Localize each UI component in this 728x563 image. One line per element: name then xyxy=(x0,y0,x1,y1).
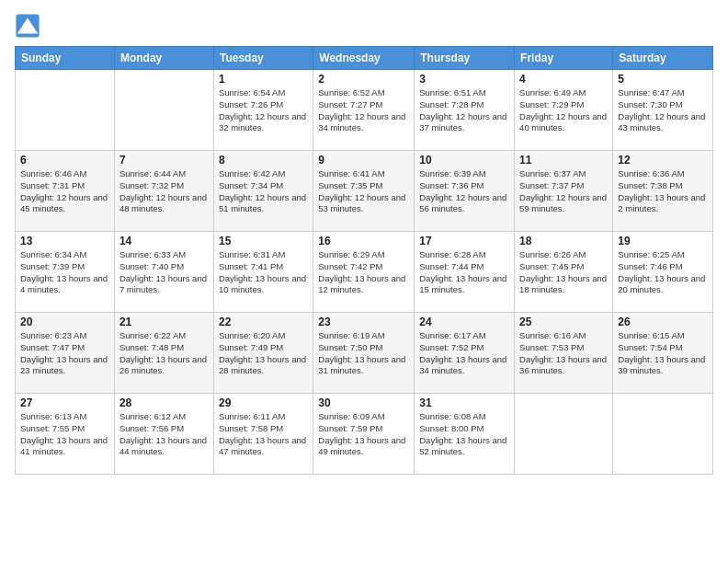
cell-day-number: 24 xyxy=(419,316,509,328)
calendar-cell: 9Sunrise: 6:41 AM Sunset: 7:35 PM Daylig… xyxy=(313,151,415,232)
logo-icon xyxy=(15,13,40,42)
cell-day-number: 14 xyxy=(119,235,209,247)
cell-sun-info: Sunrise: 6:31 AM Sunset: 7:41 PM Dayligh… xyxy=(219,249,308,296)
cell-day-number: 10 xyxy=(419,154,509,167)
calendar-header-row: SundayMondayTuesdayWednesdayThursdayFrid… xyxy=(16,47,713,70)
cell-sun-info: Sunrise: 6:51 AM Sunset: 7:28 PM Dayligh… xyxy=(419,87,509,134)
cell-sun-info: Sunrise: 6:12 AM Sunset: 7:56 PM Dayligh… xyxy=(119,411,209,458)
cell-sun-info: Sunrise: 6:13 AM Sunset: 7:55 PM Dayligh… xyxy=(20,411,109,458)
cell-sun-info: Sunrise: 6:44 AM Sunset: 7:32 PM Dayligh… xyxy=(119,168,209,215)
weekday-header: Sunday xyxy=(16,47,115,70)
calendar-cell: 12Sunrise: 6:36 AM Sunset: 7:38 PM Dayli… xyxy=(613,151,713,232)
cell-day-number: 23 xyxy=(318,316,409,328)
calendar-cell: 10Sunrise: 6:39 AM Sunset: 7:36 PM Dayli… xyxy=(415,151,515,232)
cell-sun-info: Sunrise: 6:54 AM Sunset: 7:26 PM Dayligh… xyxy=(219,87,308,134)
cell-sun-info: Sunrise: 6:08 AM Sunset: 8:00 PM Dayligh… xyxy=(419,411,509,458)
calendar-week-row: 27Sunrise: 6:13 AM Sunset: 7:55 PM Dayli… xyxy=(16,394,713,475)
cell-day-number: 1 xyxy=(219,73,308,86)
weekday-header: Wednesday xyxy=(313,47,415,70)
cell-sun-info: Sunrise: 6:19 AM Sunset: 7:50 PM Dayligh… xyxy=(318,330,409,377)
calendar-cell xyxy=(114,70,213,151)
calendar-cell xyxy=(16,70,115,151)
cell-day-number: 16 xyxy=(318,235,409,247)
calendar-cell: 29Sunrise: 6:11 AM Sunset: 7:58 PM Dayli… xyxy=(213,394,313,475)
cell-sun-info: Sunrise: 6:36 AM Sunset: 7:38 PM Dayligh… xyxy=(618,168,708,215)
cell-day-number: 13 xyxy=(20,235,109,247)
cell-sun-info: Sunrise: 6:23 AM Sunset: 7:47 PM Dayligh… xyxy=(20,330,109,377)
weekday-header: Monday xyxy=(114,47,213,70)
calendar-cell: 8Sunrise: 6:42 AM Sunset: 7:34 PM Daylig… xyxy=(213,151,313,232)
cell-day-number: 22 xyxy=(219,316,308,328)
cell-sun-info: Sunrise: 6:34 AM Sunset: 7:39 PM Dayligh… xyxy=(20,249,109,296)
cell-day-number: 8 xyxy=(219,154,308,167)
cell-sun-info: Sunrise: 6:16 AM Sunset: 7:53 PM Dayligh… xyxy=(519,330,608,377)
cell-sun-info: Sunrise: 6:42 AM Sunset: 7:34 PM Dayligh… xyxy=(219,168,308,215)
header xyxy=(15,9,713,42)
cell-day-number: 28 xyxy=(119,396,209,409)
cell-day-number: 19 xyxy=(618,235,708,247)
calendar-cell: 17Sunrise: 6:28 AM Sunset: 7:44 PM Dayli… xyxy=(415,232,515,313)
calendar-cell: 20Sunrise: 6:23 AM Sunset: 7:47 PM Dayli… xyxy=(16,313,115,394)
calendar-cell: 26Sunrise: 6:15 AM Sunset: 7:54 PM Dayli… xyxy=(613,313,713,394)
calendar-cell: 5Sunrise: 6:47 AM Sunset: 7:30 PM Daylig… xyxy=(613,70,713,151)
cell-day-number: 25 xyxy=(519,316,608,328)
cell-sun-info: Sunrise: 6:20 AM Sunset: 7:49 PM Dayligh… xyxy=(219,330,308,377)
calendar-cell: 30Sunrise: 6:09 AM Sunset: 7:59 PM Dayli… xyxy=(313,394,415,475)
calendar-week-row: 13Sunrise: 6:34 AM Sunset: 7:39 PM Dayli… xyxy=(16,232,713,313)
calendar-cell: 2Sunrise: 6:52 AM Sunset: 7:27 PM Daylig… xyxy=(313,70,415,151)
calendar-cell: 22Sunrise: 6:20 AM Sunset: 7:49 PM Dayli… xyxy=(213,313,313,394)
calendar-cell: 13Sunrise: 6:34 AM Sunset: 7:39 PM Dayli… xyxy=(16,232,115,313)
calendar-cell: 16Sunrise: 6:29 AM Sunset: 7:42 PM Dayli… xyxy=(313,232,415,313)
weekday-header: Tuesday xyxy=(213,47,313,70)
cell-day-number: 21 xyxy=(119,316,209,328)
cell-sun-info: Sunrise: 6:29 AM Sunset: 7:42 PM Dayligh… xyxy=(318,249,409,296)
calendar-cell: 21Sunrise: 6:22 AM Sunset: 7:48 PM Dayli… xyxy=(114,313,213,394)
calendar-week-row: 1Sunrise: 6:54 AM Sunset: 7:26 PM Daylig… xyxy=(16,70,713,151)
calendar-cell: 27Sunrise: 6:13 AM Sunset: 7:55 PM Dayli… xyxy=(16,394,115,475)
cell-day-number: 15 xyxy=(219,235,308,247)
calendar-cell: 11Sunrise: 6:37 AM Sunset: 7:37 PM Dayli… xyxy=(515,151,613,232)
cell-day-number: 3 xyxy=(419,73,509,86)
cell-sun-info: Sunrise: 6:09 AM Sunset: 7:59 PM Dayligh… xyxy=(318,411,409,458)
weekday-header: Thursday xyxy=(415,47,515,70)
calendar-cell: 18Sunrise: 6:26 AM Sunset: 7:45 PM Dayli… xyxy=(515,232,613,313)
cell-sun-info: Sunrise: 6:41 AM Sunset: 7:35 PM Dayligh… xyxy=(318,168,409,215)
page: SundayMondayTuesdayWednesdayThursdayFrid… xyxy=(0,0,728,484)
cell-day-number: 2 xyxy=(318,73,409,86)
cell-sun-info: Sunrise: 6:37 AM Sunset: 7:37 PM Dayligh… xyxy=(519,168,608,215)
cell-sun-info: Sunrise: 6:22 AM Sunset: 7:48 PM Dayligh… xyxy=(119,330,209,377)
calendar-cell xyxy=(613,394,713,475)
calendar-cell: 24Sunrise: 6:17 AM Sunset: 7:52 PM Dayli… xyxy=(415,313,515,394)
cell-day-number: 29 xyxy=(219,396,308,409)
calendar-cell: 15Sunrise: 6:31 AM Sunset: 7:41 PM Dayli… xyxy=(213,232,313,313)
calendar-week-row: 20Sunrise: 6:23 AM Sunset: 7:47 PM Dayli… xyxy=(16,313,713,394)
cell-day-number: 5 xyxy=(618,73,708,86)
calendar-cell: 19Sunrise: 6:25 AM Sunset: 7:46 PM Dayli… xyxy=(613,232,713,313)
calendar-cell: 4Sunrise: 6:49 AM Sunset: 7:29 PM Daylig… xyxy=(515,70,613,151)
calendar-cell: 1Sunrise: 6:54 AM Sunset: 7:26 PM Daylig… xyxy=(213,70,313,151)
calendar-cell: 14Sunrise: 6:33 AM Sunset: 7:40 PM Dayli… xyxy=(114,232,213,313)
cell-day-number: 26 xyxy=(618,316,708,328)
cell-day-number: 11 xyxy=(519,154,608,167)
cell-sun-info: Sunrise: 6:26 AM Sunset: 7:45 PM Dayligh… xyxy=(519,249,608,296)
cell-day-number: 7 xyxy=(119,154,209,167)
cell-day-number: 12 xyxy=(618,154,708,167)
cell-sun-info: Sunrise: 6:15 AM Sunset: 7:54 PM Dayligh… xyxy=(618,330,708,377)
cell-sun-info: Sunrise: 6:39 AM Sunset: 7:36 PM Dayligh… xyxy=(419,168,509,215)
cell-day-number: 18 xyxy=(519,235,608,247)
cell-sun-info: Sunrise: 6:52 AM Sunset: 7:27 PM Dayligh… xyxy=(318,87,409,134)
cell-sun-info: Sunrise: 6:33 AM Sunset: 7:40 PM Dayligh… xyxy=(119,249,209,296)
cell-day-number: 27 xyxy=(20,396,109,409)
calendar-cell: 25Sunrise: 6:16 AM Sunset: 7:53 PM Dayli… xyxy=(515,313,613,394)
calendar-cell: 23Sunrise: 6:19 AM Sunset: 7:50 PM Dayli… xyxy=(313,313,415,394)
calendar-cell xyxy=(515,394,613,475)
cell-day-number: 20 xyxy=(20,316,109,328)
cell-sun-info: Sunrise: 6:46 AM Sunset: 7:31 PM Dayligh… xyxy=(20,168,109,215)
cell-day-number: 4 xyxy=(519,73,608,86)
calendar-week-row: 6Sunrise: 6:46 AM Sunset: 7:31 PM Daylig… xyxy=(16,151,713,232)
calendar-cell: 3Sunrise: 6:51 AM Sunset: 7:28 PM Daylig… xyxy=(415,70,515,151)
cell-sun-info: Sunrise: 6:11 AM Sunset: 7:58 PM Dayligh… xyxy=(219,411,308,458)
cell-day-number: 9 xyxy=(318,154,409,167)
calendar-table: SundayMondayTuesdayWednesdayThursdayFrid… xyxy=(15,46,713,475)
cell-sun-info: Sunrise: 6:17 AM Sunset: 7:52 PM Dayligh… xyxy=(419,330,509,377)
